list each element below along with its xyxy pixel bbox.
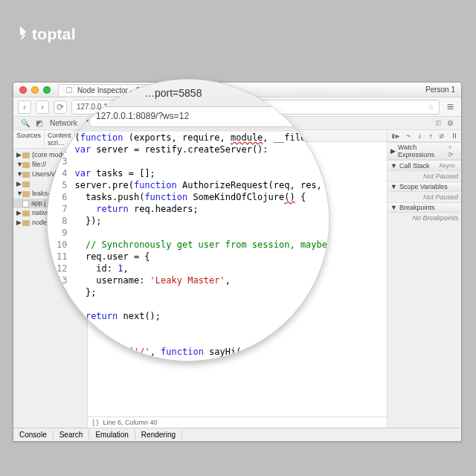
tab-network[interactable]: Network xyxy=(45,119,82,127)
drawer-toggle-icon[interactable]: ≻⃞ xyxy=(433,119,444,127)
drawer-tab-emulation[interactable]: Emulation xyxy=(89,430,135,440)
drawer-tab-console[interactable]: Console xyxy=(13,430,54,440)
paused-state-1: Not Paused xyxy=(387,171,461,181)
step-out-icon[interactable]: ↑ xyxy=(428,132,433,140)
add-watch-icon[interactable]: + ⟳ xyxy=(448,144,458,158)
step-over-icon[interactable]: ↷ xyxy=(406,132,411,140)
braces-icon[interactable]: { } xyxy=(92,419,99,426)
pause-exceptions-icon[interactable]: ⏸ xyxy=(451,132,458,140)
console-drawer-tabs: Console Search Emulation Rendering xyxy=(13,428,461,441)
debugger-panel: ▮▶ ↷ ↓ ↑ ⌀ ⏸ ▶Watch Expressions+ ⟳ ▼Call… xyxy=(387,130,461,428)
profile-label[interactable]: Person 1 xyxy=(425,86,455,94)
breakpoints-header[interactable]: Breakpoints xyxy=(399,204,435,211)
scope-header[interactable]: Scope Variables xyxy=(399,183,448,190)
page-icon xyxy=(66,87,72,93)
maximize-window-icon[interactable] xyxy=(43,86,51,94)
resume-icon[interactable]: ▮▶ xyxy=(390,132,399,140)
callstack-header[interactable]: Call Stack xyxy=(399,162,430,170)
sidebar-head-sources[interactable]: Sources xyxy=(13,130,45,148)
drawer-tab-search[interactable]: Search xyxy=(54,430,90,440)
forward-button[interactable]: › xyxy=(36,100,49,114)
search-icon[interactable]: 🔍 xyxy=(18,119,33,127)
hamburger-menu-icon[interactable]: ≡ xyxy=(444,100,457,114)
element-picker-icon[interactable]: ◩ xyxy=(33,119,45,127)
no-breakpoints: No Breakpoints xyxy=(387,213,461,223)
paused-state-2: Not Paused xyxy=(387,192,461,202)
minimize-window-icon[interactable] xyxy=(31,86,39,94)
drawer-tab-rendering[interactable]: Rendering xyxy=(135,430,182,440)
async-label[interactable]: Async xyxy=(436,161,458,170)
magnifier-lens: …port=5858 127.0.0.1:8089/?ws=12 1 2 3 4… xyxy=(47,79,329,361)
bookmark-icon[interactable]: ☆ xyxy=(428,103,434,111)
lens-url: 127.0.0.1:8089/?ws=12 xyxy=(89,106,298,127)
settings-gear-icon[interactable]: ⚙ xyxy=(444,119,457,127)
step-into-icon[interactable]: ↓ xyxy=(417,132,422,140)
deactivate-bp-icon[interactable]: ⌀ xyxy=(440,132,444,140)
cursor-position: Line 6, Column 40 xyxy=(103,419,158,426)
reload-button[interactable]: ⟳ xyxy=(54,100,67,114)
watch-header[interactable]: Watch Expressions xyxy=(398,144,448,158)
close-window-icon[interactable] xyxy=(19,86,27,94)
lens-port: …port=5858 xyxy=(144,87,202,99)
toptal-logo: toptal xyxy=(16,25,76,43)
back-button[interactable]: ‹ xyxy=(18,100,31,114)
